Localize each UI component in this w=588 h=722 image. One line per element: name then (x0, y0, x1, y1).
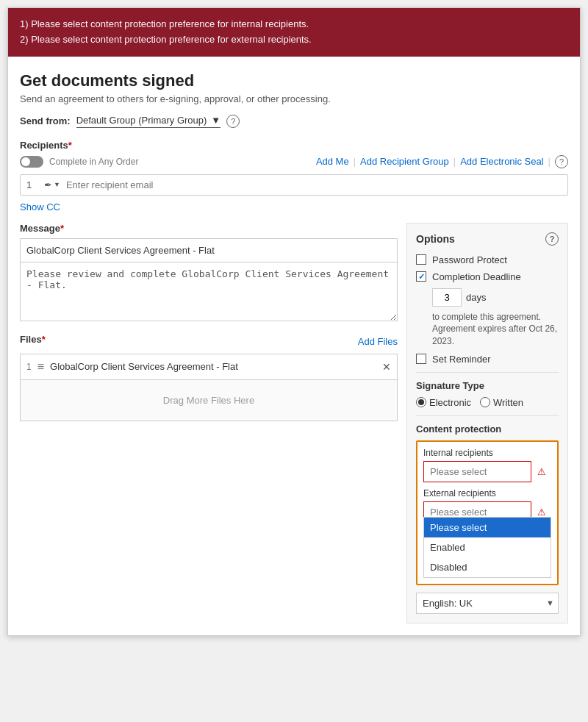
set-reminder-checkbox[interactable] (416, 354, 426, 364)
deadline-description: to complete this agreement. Agreement ex… (432, 311, 559, 348)
page-container: 1) Please select content protection pref… (7, 7, 581, 636)
external-recipients-label: External recipients (423, 488, 551, 498)
recipients-actions: Add Me | Add Recipient Group | Add Elect… (316, 155, 568, 168)
complete-in-order-label: Complete in Any Order (49, 157, 138, 167)
content-protection-label: Content protection (416, 423, 559, 435)
error-banner: 1) Please select content protection pref… (8, 8, 580, 57)
options-header: Options ? (416, 232, 559, 246)
deadline-row: days (432, 288, 559, 307)
dropdown-enabled[interactable]: Enabled (424, 537, 551, 557)
written-radio[interactable]: Written (480, 397, 523, 408)
two-col-layout: Message* Files* Add Files 1 ≡ GlobalCorp… (20, 223, 568, 623)
written-label: Written (493, 397, 523, 408)
error-line-1: 1) Please select content protection pref… (20, 17, 568, 32)
completion-deadline-label: Completion Deadline (432, 271, 521, 282)
options-panel: Options ? Password Protect ✓ Completion … (406, 223, 568, 623)
language-select[interactable]: English: UK (416, 593, 559, 614)
message-section-label: Message* (20, 223, 398, 234)
send-from-help-icon[interactable]: ? (226, 115, 240, 128)
internal-recipients-select[interactable]: Please select Enabled Disabled (423, 461, 551, 482)
pen-icon: ✒ (44, 179, 52, 190)
send-from-label: Send from: (20, 115, 71, 126)
send-from-dropdown-arrow-icon: ▼ (211, 115, 220, 126)
send-from-select[interactable]: Default Group (Primary Group) ▼ (76, 115, 221, 128)
internal-select-container: Please select Enabled Disabled ⚠ (423, 461, 551, 482)
file-name: GlobalCorp Client Services Agreement - F… (50, 361, 376, 372)
set-reminder-row: Set Reminder (416, 354, 559, 365)
content-protection-section: Internal recipients Please select Enable… (416, 440, 559, 585)
recipient-role-button[interactable]: ✒ ▼ (44, 179, 60, 190)
recipients-help-icon[interactable]: ? (555, 155, 568, 168)
password-protect-row: Password Protect (416, 254, 559, 265)
completion-deadline-checkbox[interactable]: ✓ (416, 271, 426, 282)
internal-recipients-label: Internal recipients (423, 448, 551, 458)
dropdown-please-select[interactable]: Please select (424, 518, 551, 537)
send-from-row: Send from: Default Group (Primary Group)… (20, 115, 568, 128)
toggle-track[interactable] (20, 156, 43, 168)
password-protect-label: Password Protect (432, 254, 507, 265)
completion-deadline-row: ✓ Completion Deadline (416, 271, 559, 282)
recipients-header: Complete in Any Order Add Me | Add Recip… (20, 155, 568, 168)
options-help-icon[interactable]: ? (545, 232, 559, 246)
dropdown-disabled[interactable]: Disabled (424, 557, 551, 577)
sig-type-divider (416, 415, 559, 416)
signature-type-radio-group: Electronic Written (416, 397, 559, 408)
file-item: 1 ≡ GlobalCorp Client Services Agreement… (20, 354, 398, 380)
options-title: Options (416, 233, 455, 245)
message-title-input[interactable] (20, 238, 398, 262)
recipient-email-input[interactable] (66, 179, 562, 190)
external-select-container: Please select Enabled Disabled ⚠ Please … (423, 501, 551, 578)
electronic-label: Electronic (429, 397, 471, 408)
page-subtitle: Send an agreement to others for e-signin… (20, 93, 568, 104)
external-dropdown-menu: Please select Enabled Disabled (423, 517, 551, 578)
password-protect-checkbox[interactable] (416, 254, 426, 265)
role-dropdown-arrow-icon: ▼ (54, 181, 60, 188)
electronic-radio[interactable]: Electronic (416, 397, 471, 408)
recipients-left: Complete in Any Order (20, 156, 138, 168)
options-divider (416, 372, 559, 373)
drag-zone[interactable]: Drag More Files Here (20, 380, 398, 421)
recipient-number: 1 (26, 179, 38, 190)
toggle-thumb (21, 157, 30, 166)
show-cc-link[interactable]: Show CC (20, 201, 60, 212)
send-from-value: Default Group (Primary Group) (76, 115, 207, 126)
written-radio-circle (480, 397, 490, 407)
recipients-section-label: Recipients* (20, 140, 568, 151)
recipient-row: 1 ✒ ▼ (20, 174, 568, 196)
message-body-textarea[interactable] (20, 262, 398, 321)
file-close-icon[interactable]: ✕ (382, 361, 391, 373)
check-icon: ✓ (418, 272, 425, 282)
language-select-wrapper: English: UK ▼ (416, 593, 559, 614)
deadline-unit: days (466, 292, 486, 303)
complete-in-order-toggle[interactable]: Complete in Any Order (20, 156, 138, 168)
page-title: Get documents signed (20, 71, 568, 90)
files-section-label: Files* (20, 334, 46, 345)
file-icon: ≡ (37, 360, 44, 373)
main-content: Get documents signed Send an agreement t… (8, 57, 580, 635)
files-header: Files* Add Files (20, 334, 398, 349)
language-container: English: UK ▼ (416, 593, 559, 614)
signature-type-label: Signature Type (416, 380, 559, 391)
add-electronic-seal-link[interactable]: Add Electronic Seal (460, 156, 543, 167)
electronic-radio-circle (416, 397, 426, 407)
error-line-2: 2) Please select content protection pref… (20, 32, 568, 48)
radio-dot (418, 399, 424, 405)
add-me-link[interactable]: Add Me (316, 156, 349, 167)
left-col: Message* Files* Add Files 1 ≡ GlobalCorp… (20, 223, 398, 421)
internal-select-wrapper: Please select Enabled Disabled ⚠ (423, 461, 551, 482)
set-reminder-label: Set Reminder (432, 354, 490, 365)
file-number: 1 (26, 362, 32, 372)
deadline-days-input[interactable] (432, 288, 462, 307)
add-files-link[interactable]: Add Files (358, 336, 398, 347)
add-recipient-group-link[interactable]: Add Recipient Group (360, 156, 449, 167)
